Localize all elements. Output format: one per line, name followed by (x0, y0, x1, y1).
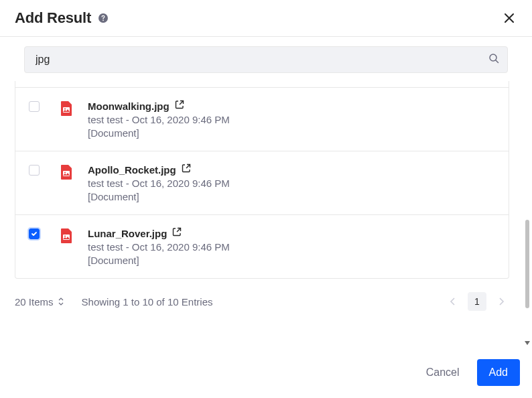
row-subline: test test - Oct 16, 2020 9:46 PM (88, 241, 494, 253)
next-page-icon[interactable] (493, 293, 509, 310)
list-item: Apollo_Rocket.jpg test test - Oct 16, 20… (15, 151, 509, 214)
cancel-button[interactable]: Cancel (414, 359, 472, 386)
thumb-col (57, 163, 76, 180)
thumb-col (57, 227, 76, 243)
modal-title: Add Result (15, 9, 91, 27)
row-meta: Lunar_Rover.jpg test test - Oct 16, 2020… (88, 227, 494, 266)
prev-page-icon[interactable] (445, 293, 461, 310)
showing-label: Showing 1 to 10 of 10 Entries (64, 296, 445, 308)
row-name-line: Moonwalking.jpg (88, 100, 494, 112)
search-field[interactable] (24, 46, 508, 73)
page-controls: 1 (445, 292, 509, 311)
modal-body: test test - Oct 16, 2020 9:46 PM [Docume… (0, 81, 532, 346)
checkbox-col (23, 163, 45, 176)
sort-icon (58, 296, 64, 308)
row-doctype: [Document] (88, 127, 494, 139)
pagination-bar: 20 Items Showing 1 to 10 of 10 Entries 1 (0, 279, 524, 316)
row-filename: Apollo_Rocket.jpg (88, 164, 176, 176)
row-subline: test test - Oct 16, 2020 9:46 PM (88, 114, 494, 125)
scrollbar[interactable] (524, 81, 531, 346)
row-name-line: Lunar_Rover.jpg (88, 227, 494, 239)
scroll-viewport: test test - Oct 16, 2020 9:46 PM [Docume… (0, 81, 524, 346)
modal-header: Add Result (0, 0, 532, 37)
external-link-icon[interactable] (182, 163, 191, 176)
row-meta: Apollo_Rocket.jpg test test - Oct 16, 20… (88, 163, 494, 202)
svg-point-1 (103, 19, 104, 21)
list-item: Moonwalking.jpg test test - Oct 16, 2020… (15, 87, 509, 151)
row-doctype: [Document] (88, 191, 494, 202)
page-number[interactable]: 1 (468, 292, 486, 311)
checkbox-col (23, 100, 45, 112)
modal-footer: Cancel Add (0, 346, 532, 398)
add-result-modal: Add Result (0, 0, 532, 398)
image-file-icon (60, 228, 72, 243)
svg-point-8 (64, 172, 66, 174)
add-button[interactable]: Add (477, 359, 520, 386)
scroll-thumb[interactable] (525, 220, 529, 308)
external-link-icon[interactable] (175, 100, 184, 112)
search-icon[interactable] (488, 53, 499, 66)
row-checkbox[interactable] (29, 228, 40, 239)
row-name-line: Apollo_Rocket.jpg (88, 163, 494, 176)
search-input[interactable] (36, 54, 488, 66)
external-link-icon[interactable] (172, 227, 182, 239)
header-left: Add Result (15, 9, 109, 27)
row-checkbox[interactable] (29, 101, 40, 112)
result-list: test test - Oct 16, 2020 9:46 PM [Docume… (15, 81, 509, 279)
scroll-down-icon[interactable] (524, 340, 531, 346)
row-checkbox[interactable] (29, 165, 40, 176)
list-item: Lunar_Rover.jpg test test - Oct 16, 2020… (15, 214, 509, 278)
svg-point-6 (64, 109, 66, 110)
row-filename: Moonwalking.jpg (88, 101, 170, 112)
image-file-icon (60, 165, 72, 180)
row-meta: Moonwalking.jpg test test - Oct 16, 2020… (88, 100, 494, 139)
list-item: test test - Oct 16, 2020 9:46 PM [Docume… (15, 81, 509, 87)
items-label: 20 Items (15, 296, 54, 308)
row-subline: test test - Oct 16, 2020 9:46 PM (88, 178, 494, 189)
checkbox-col (23, 227, 45, 239)
thumb-col (57, 100, 76, 116)
close-icon[interactable] (501, 10, 517, 26)
row-doctype: [Document] (88, 255, 494, 266)
row-filename: Lunar_Rover.jpg (88, 228, 167, 239)
image-file-icon (60, 101, 72, 116)
help-icon[interactable] (98, 13, 109, 23)
search-wrap (0, 37, 532, 81)
items-per-page[interactable]: 20 Items (15, 296, 64, 308)
svg-point-10 (64, 236, 66, 237)
